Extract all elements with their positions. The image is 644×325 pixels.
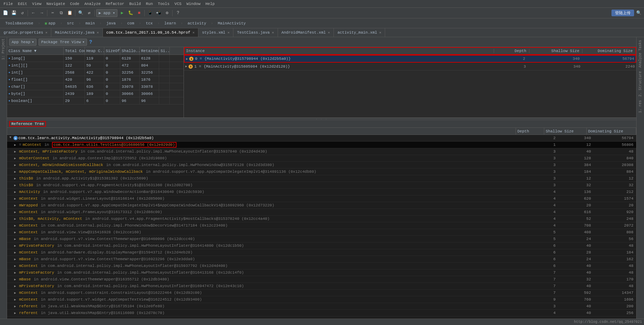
nav-tab-activity[interactable]: activity: [184, 19, 210, 27]
menu-analyze[interactable]: Analyze: [82, 1, 103, 7]
nav-tab-toolsbaseuse[interactable]: ToolsBaseUse: [1, 19, 37, 27]
close-icon-manifest[interactable]: ✕: [328, 30, 330, 35]
list-item[interactable]: ▶ this$0, mActivity, mContext in android…: [7, 216, 636, 222]
toolbar-find-btn[interactable]: 🔍: [77, 9, 85, 17]
app-heap-dropdown[interactable]: App heap ▾: [9, 39, 36, 46]
expand-arrow-icon[interactable]: ▶: [8, 136, 12, 140]
table-row[interactable]: int[] 2568 422 0 32256 32256: [7, 69, 184, 76]
expand-arrow-icon[interactable]: ▶: [14, 156, 18, 160]
toolbar-search-btn[interactable]: 🔍: [635, 9, 643, 17]
table-row[interactable]: float[] 420 96 0 1876 1876: [7, 76, 184, 83]
file-tab-styles[interactable]: styles.xml ✕: [198, 28, 233, 37]
file-tab-testclass[interactable]: TestClass.java ✕: [233, 28, 278, 37]
package-tree-dropdown[interactable]: Package Tree View ▾: [39, 39, 87, 46]
expand-arrow-icon[interactable]: ▶: [14, 257, 18, 261]
expand-arrow-icon[interactable]: ▶: [14, 304, 18, 308]
list-item[interactable]: ▶ mContext in android.support.v7.widget.…: [7, 296, 636, 303]
list-item[interactable]: ▶ mContext in com.android.internal.polic…: [7, 263, 636, 269]
nav-tab-tcx[interactable]: tcx: [142, 19, 157, 27]
list-item[interactable]: ▶ mBase in android.support.v7.view.Conte…: [7, 236, 636, 243]
list-item[interactable]: ▶ mOuterContext in android.app.ContextIm…: [7, 155, 636, 162]
expand-arrow-icon[interactable]: ▶: [14, 170, 18, 174]
close-icon-gradle[interactable]: ✕: [45, 30, 47, 35]
close-icon-activitymain[interactable]: ✕: [379, 30, 381, 35]
list-item[interactable]: ▶ mPrivateFactory in com.android.interna…: [7, 243, 636, 249]
close-icon-mainactivity[interactable]: ✕: [97, 30, 99, 35]
toolbar-settings-btn[interactable]: ⚙: [163, 9, 171, 17]
menu-run[interactable]: Run: [144, 1, 155, 7]
expand-arrow-icon[interactable]: ▶: [14, 311, 18, 315]
table-row[interactable]: long[] 150 119 0 6128 6128: [7, 55, 184, 62]
expand-arrow-icon[interactable]: ▶: [14, 291, 18, 295]
expand-arrow-icon[interactable]: ▶: [14, 163, 18, 167]
menu-edit[interactable]: Edit: [16, 1, 29, 7]
nav-tab-mainactivity[interactable]: MainActivity: [214, 19, 250, 27]
expand-arrow-icon[interactable]: ▶: [14, 251, 18, 255]
app-dropdown[interactable]: ▶ app ▾: [96, 9, 117, 17]
expand-arrow-icon[interactable]: ▶: [14, 177, 18, 181]
table-row[interactable]: boolean[] 29 6 0 96 96: [7, 97, 184, 104]
menu-window[interactable]: Window: [184, 1, 203, 7]
menu-help[interactable]: Help: [203, 1, 217, 7]
toolbar-new-btn[interactable]: 📄: [1, 9, 9, 17]
toolbar-run-btn[interactable]: ▶: [118, 9, 126, 17]
list-item[interactable]: ▶ mAppCompatCallback, mContext, mOrigina…: [7, 169, 636, 175]
structure-label[interactable]: 2. Structure: [638, 70, 643, 98]
expand-arrow-icon[interactable]: ▶: [14, 278, 18, 281]
expand-arrow-icon[interactable]: ▶: [14, 244, 18, 248]
instance-row-1[interactable]: ▶ i 1 = {MainActivity@315805984 (0x12d2d…: [184, 63, 636, 70]
toolbar-sdk-btn[interactable]: 📱: [146, 9, 154, 17]
instance-row-0[interactable]: ▶ i 0 = {MainActivity@315798944 (0x12d2b…: [184, 55, 636, 63]
list-item[interactable]: ▶ mBase in android.view.ContextThemeWrap…: [7, 276, 636, 283]
toolbar-refresh-btn[interactable]: ↺: [18, 9, 26, 17]
list-item[interactable]: ▶ mContext, mPrivateFactory in com.andro…: [7, 148, 636, 155]
toolbar-avd-btn[interactable]: 📲: [155, 9, 162, 17]
nav-tab-java[interactable]: java: [103, 19, 120, 27]
expand-arrow-icon[interactable]: ▶: [14, 210, 18, 214]
project-label[interactable]: 1: Project: [1, 37, 6, 61]
expand-arrow-icon[interactable]: ▶: [14, 264, 18, 268]
list-item[interactable]: ▶ mContext in android.widget.LinearLayou…: [7, 195, 636, 202]
list-item[interactable]: ▶ referent in java.util.WeakHashMap$Entr…: [7, 310, 636, 317]
menu-vcs[interactable]: VCS: [172, 1, 184, 7]
menu-refactor[interactable]: Refactor: [104, 1, 127, 7]
expand-arrow-icon[interactable]: ▶: [14, 150, 18, 154]
file-tab-manifest[interactable]: AndroidManifest.xml ✕: [278, 28, 334, 37]
expand-arrow-icon[interactable]: ▶: [14, 183, 18, 187]
login-btn[interactable]: 登陆上传: [611, 10, 634, 16]
help-icon[interactable]: ?: [89, 39, 92, 45]
list-item[interactable]: ▶ b com.tcx.learn.activity.MainActivity@…: [7, 135, 636, 142]
table-row[interactable]: byte[] 2439 189 0 30066 30066: [7, 90, 184, 97]
menu-navigate[interactable]: Navigate: [44, 1, 67, 7]
list-item[interactable]: ▶ mWrapped in android.support.v7.app.App…: [7, 202, 636, 209]
file-tab-activitymain[interactable]: activity_main.xml ✕: [334, 28, 385, 37]
toolbar-debug-btn[interactable]: 🐛: [127, 9, 134, 17]
menu-code[interactable]: Code: [68, 1, 81, 7]
menu-file[interactable]: File: [1, 1, 15, 7]
expand-arrow-icon[interactable]: ▶: [14, 224, 18, 228]
list-item[interactable]: ▶ referent in java.util.WeakHashMap$Entr…: [7, 303, 636, 310]
expand-arrow-icon[interactable]: ▶: [14, 197, 18, 201]
table-row[interactable]: int[][] 122 59 0 472 804: [7, 62, 184, 69]
list-item[interactable]: ▶ mBase in android.support.v7.view.Conte…: [7, 256, 636, 263]
expand-arrow-icon[interactable]: ▶: [14, 271, 18, 275]
expand-arrow-icon[interactable]: ▶: [186, 57, 188, 61]
menu-tools[interactable]: Tools: [156, 1, 172, 7]
file-tab-gradle[interactable]: gradle.properties ✕: [0, 28, 51, 37]
analyze-tasks-label[interactable]: Analyze Tasks: [638, 39, 643, 69]
nav-tab-src[interactable]: src: [63, 19, 78, 27]
list-item[interactable]: ▶ this$0 in android.support.v4.app.Fragm…: [7, 182, 636, 189]
list-item[interactable]: ▶ mActivity in android.support.v7.app.Wi…: [7, 189, 636, 195]
expand-arrow-icon[interactable]: ▶: [14, 190, 18, 194]
file-tab-hprof[interactable]: com.tcx.learn_2017.11.09_16.54.hprof ✕: [103, 28, 199, 37]
toolbar-redo-btn[interactable]: →: [38, 9, 46, 17]
list-item[interactable]: ▶ mPrivateFactory in com.android.interna…: [7, 283, 636, 290]
toolbar-paste-btn[interactable]: 📋: [66, 9, 74, 17]
nav-tab-learn[interactable]: learn: [161, 19, 180, 27]
expand-arrow-icon[interactable]: ▶: [14, 217, 18, 221]
expand-arrow-icon[interactable]: ▶: [14, 143, 18, 147]
list-item[interactable]: ▶ mPrivateFactory in com.android.interna…: [7, 269, 636, 276]
toolbar-save-btn[interactable]: 💾: [10, 9, 18, 17]
toolbar-undo-btn[interactable]: ←: [29, 9, 37, 17]
nav-tab-app[interactable]: ▣ app: [41, 19, 59, 27]
